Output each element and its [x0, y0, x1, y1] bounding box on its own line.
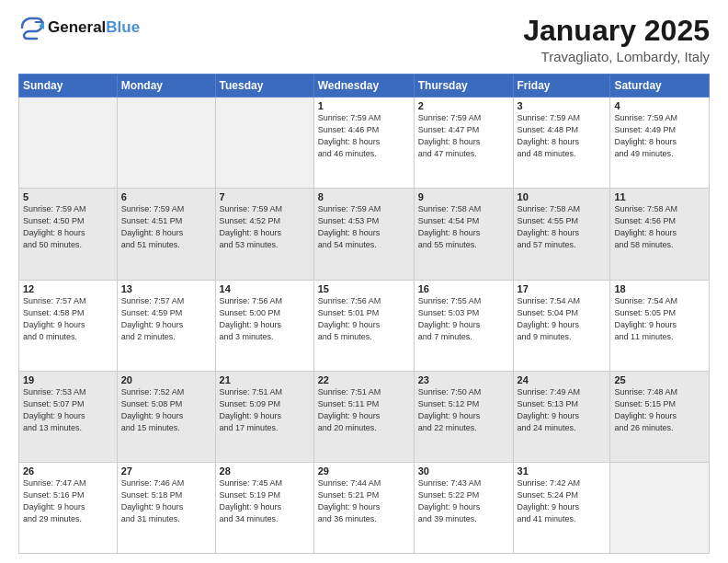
day-info: Sunrise: 7:59 AM Sunset: 4:50 PM Dayligh…: [23, 203, 113, 251]
day-info: Sunrise: 7:50 AM Sunset: 5:12 PM Dayligh…: [418, 386, 509, 434]
calendar-day-cell: 28Sunrise: 7:45 AM Sunset: 5:19 PM Dayli…: [215, 462, 313, 553]
day-info: Sunrise: 7:43 AM Sunset: 5:22 PM Dayligh…: [418, 477, 509, 525]
day-info: Sunrise: 7:54 AM Sunset: 5:04 PM Dayligh…: [518, 295, 607, 343]
day-number: 13: [121, 283, 211, 294]
calendar-day-cell: 19Sunrise: 7:53 AM Sunset: 5:07 PM Dayli…: [19, 371, 118, 462]
calendar-week-row: 5Sunrise: 7:59 AM Sunset: 4:50 PM Daylig…: [19, 189, 710, 280]
day-number: 31: [518, 465, 607, 477]
calendar-week-row: 1Sunrise: 7:59 AM Sunset: 4:46 PM Daylig…: [19, 98, 710, 189]
calendar-day-cell: 8Sunrise: 7:59 AM Sunset: 4:53 PM Daylig…: [313, 189, 414, 280]
calendar-day-cell: 10Sunrise: 7:58 AM Sunset: 4:55 PM Dayli…: [513, 189, 610, 280]
day-info: Sunrise: 7:51 AM Sunset: 5:09 PM Dayligh…: [220, 386, 310, 434]
calendar-week-row: 12Sunrise: 7:57 AM Sunset: 4:58 PM Dayli…: [19, 280, 710, 371]
day-info: Sunrise: 7:49 AM Sunset: 5:13 PM Dayligh…: [518, 386, 607, 434]
day-info: Sunrise: 7:58 AM Sunset: 4:56 PM Dayligh…: [614, 203, 705, 251]
calendar-day-cell: 23Sunrise: 7:50 AM Sunset: 5:12 PM Dayli…: [414, 371, 513, 462]
calendar-day-cell: 1Sunrise: 7:59 AM Sunset: 4:46 PM Daylig…: [313, 98, 414, 189]
day-info: Sunrise: 7:59 AM Sunset: 4:46 PM Dayligh…: [318, 112, 410, 160]
calendar-week-row: 26Sunrise: 7:47 AM Sunset: 5:16 PM Dayli…: [19, 462, 710, 553]
calendar-day-cell: 31Sunrise: 7:42 AM Sunset: 5:24 PM Dayli…: [513, 462, 610, 553]
day-number: 14: [220, 283, 310, 294]
calendar-day-cell: 15Sunrise: 7:56 AM Sunset: 5:01 PM Dayli…: [313, 280, 414, 371]
calendar-week-row: 19Sunrise: 7:53 AM Sunset: 5:07 PM Dayli…: [19, 371, 710, 462]
day-number: 11: [614, 191, 705, 202]
day-info: Sunrise: 7:59 AM Sunset: 4:51 PM Dayligh…: [121, 203, 211, 251]
calendar-day-cell: [117, 98, 215, 189]
day-number: 1: [318, 100, 410, 111]
day-number: 6: [121, 191, 211, 202]
calendar-header-row: SundayMondayTuesdayWednesdayThursdayFrid…: [19, 75, 710, 98]
day-info: Sunrise: 7:48 AM Sunset: 5:15 PM Dayligh…: [614, 386, 705, 434]
day-number: 7: [220, 191, 310, 202]
day-number: 18: [614, 283, 705, 294]
day-number: 29: [318, 465, 410, 477]
day-info: Sunrise: 7:45 AM Sunset: 5:19 PM Dayligh…: [220, 477, 310, 525]
calendar-day-cell: 20Sunrise: 7:52 AM Sunset: 5:08 PM Dayli…: [117, 371, 215, 462]
title-block: January 2025 Travagliato, Lombardy, Ital…: [523, 15, 710, 64]
day-info: Sunrise: 7:57 AM Sunset: 4:58 PM Dayligh…: [23, 295, 113, 343]
day-info: Sunrise: 7:53 AM Sunset: 5:07 PM Dayligh…: [23, 386, 113, 434]
day-number: 19: [23, 374, 113, 385]
day-number: 15: [318, 283, 410, 294]
day-info: Sunrise: 7:54 AM Sunset: 5:05 PM Dayligh…: [614, 295, 705, 343]
day-number: 20: [121, 374, 211, 385]
day-info: Sunrise: 7:59 AM Sunset: 4:53 PM Dayligh…: [318, 203, 410, 251]
day-number: 17: [518, 283, 607, 294]
day-number: 27: [121, 465, 211, 477]
weekday-header: Monday: [117, 75, 215, 98]
day-info: Sunrise: 7:56 AM Sunset: 5:01 PM Dayligh…: [318, 295, 410, 343]
day-info: Sunrise: 7:59 AM Sunset: 4:47 PM Dayligh…: [418, 112, 509, 160]
page: GeneralBlue January 2025 Travagliato, Lo…: [0, 0, 728, 563]
day-number: 8: [318, 191, 410, 202]
calendar-day-cell: 27Sunrise: 7:46 AM Sunset: 5:18 PM Dayli…: [117, 462, 215, 553]
calendar-day-cell: 5Sunrise: 7:59 AM Sunset: 4:50 PM Daylig…: [19, 189, 118, 280]
calendar-day-cell: 4Sunrise: 7:59 AM Sunset: 4:49 PM Daylig…: [610, 98, 710, 189]
weekday-header: Saturday: [610, 75, 710, 98]
weekday-header: Tuesday: [215, 75, 313, 98]
day-info: Sunrise: 7:51 AM Sunset: 5:11 PM Dayligh…: [318, 386, 410, 434]
day-info: Sunrise: 7:59 AM Sunset: 4:48 PM Dayligh…: [518, 112, 607, 160]
logo: GeneralBlue: [18, 15, 140, 40]
day-info: Sunrise: 7:52 AM Sunset: 5:08 PM Dayligh…: [121, 386, 211, 434]
logo-icon: [18, 15, 44, 40]
day-number: 28: [220, 465, 310, 477]
day-info: Sunrise: 7:47 AM Sunset: 5:16 PM Dayligh…: [23, 477, 113, 525]
day-info: Sunrise: 7:56 AM Sunset: 5:00 PM Dayligh…: [220, 295, 310, 343]
calendar-day-cell: 17Sunrise: 7:54 AM Sunset: 5:04 PM Dayli…: [513, 280, 610, 371]
calendar-day-cell: 16Sunrise: 7:55 AM Sunset: 5:03 PM Dayli…: [414, 280, 513, 371]
calendar-day-cell: 13Sunrise: 7:57 AM Sunset: 4:59 PM Dayli…: [117, 280, 215, 371]
calendar-day-cell: 7Sunrise: 7:59 AM Sunset: 4:52 PM Daylig…: [215, 189, 313, 280]
day-info: Sunrise: 7:42 AM Sunset: 5:24 PM Dayligh…: [518, 477, 607, 525]
day-number: 4: [614, 100, 705, 111]
calendar-table: SundayMondayTuesdayWednesdayThursdayFrid…: [18, 74, 710, 554]
calendar-day-cell: 9Sunrise: 7:58 AM Sunset: 4:54 PM Daylig…: [414, 189, 513, 280]
day-number: 23: [418, 374, 509, 385]
calendar-day-cell: 2Sunrise: 7:59 AM Sunset: 4:47 PM Daylig…: [414, 98, 513, 189]
calendar-day-cell: 25Sunrise: 7:48 AM Sunset: 5:15 PM Dayli…: [610, 371, 710, 462]
day-info: Sunrise: 7:46 AM Sunset: 5:18 PM Dayligh…: [121, 477, 211, 525]
calendar-day-cell: [19, 98, 118, 189]
day-number: 12: [23, 283, 113, 294]
day-number: 25: [614, 374, 705, 385]
day-info: Sunrise: 7:57 AM Sunset: 4:59 PM Dayligh…: [121, 295, 211, 343]
day-number: 10: [518, 191, 607, 202]
day-number: 22: [318, 374, 410, 385]
day-number: 5: [23, 191, 113, 202]
location-title: Travagliato, Lombardy, Italy: [523, 49, 710, 64]
calendar-day-cell: [215, 98, 313, 189]
day-number: 3: [518, 100, 607, 111]
calendar-day-cell: 6Sunrise: 7:59 AM Sunset: 4:51 PM Daylig…: [117, 189, 215, 280]
weekday-header: Wednesday: [313, 75, 414, 98]
day-info: Sunrise: 7:58 AM Sunset: 4:54 PM Dayligh…: [418, 203, 509, 251]
calendar-day-cell: 26Sunrise: 7:47 AM Sunset: 5:16 PM Dayli…: [19, 462, 118, 553]
day-number: 2: [418, 100, 509, 111]
day-info: Sunrise: 7:59 AM Sunset: 4:52 PM Dayligh…: [220, 203, 310, 251]
day-number: 26: [23, 465, 113, 477]
month-title: January 2025: [523, 15, 710, 47]
day-number: 24: [518, 374, 607, 385]
logo-text: GeneralBlue: [48, 19, 140, 37]
calendar-day-cell: 22Sunrise: 7:51 AM Sunset: 5:11 PM Dayli…: [313, 371, 414, 462]
calendar-day-cell: 14Sunrise: 7:56 AM Sunset: 5:00 PM Dayli…: [215, 280, 313, 371]
day-info: Sunrise: 7:44 AM Sunset: 5:21 PM Dayligh…: [318, 477, 410, 525]
calendar-day-cell: 3Sunrise: 7:59 AM Sunset: 4:48 PM Daylig…: [513, 98, 610, 189]
